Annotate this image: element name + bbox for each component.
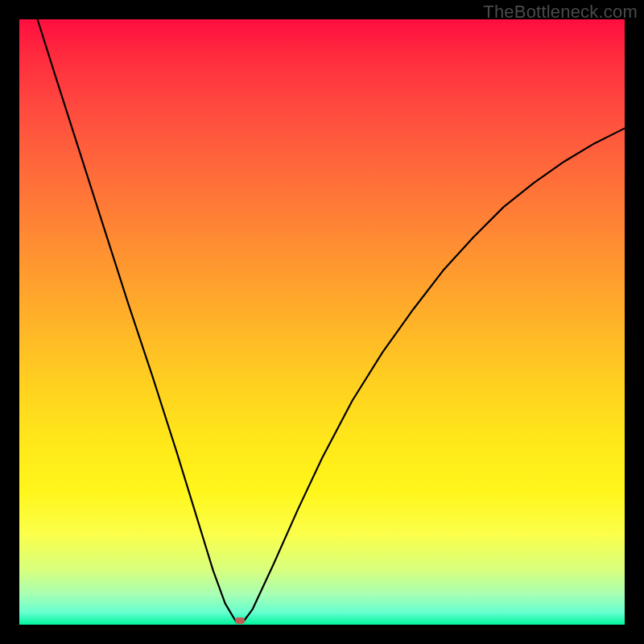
minimum-marker [235, 617, 245, 624]
chart-frame: TheBottleneck.com [0, 0, 644, 644]
plot-area [19, 19, 625, 625]
bottleneck-curve [19, 19, 625, 625]
watermark-text: TheBottleneck.com [483, 2, 638, 23]
